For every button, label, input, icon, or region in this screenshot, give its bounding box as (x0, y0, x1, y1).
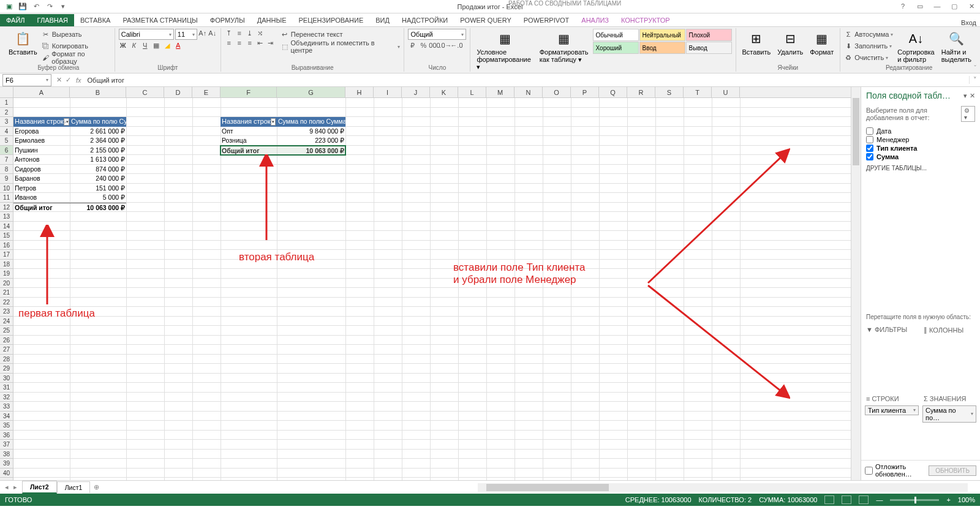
row-header[interactable]: 34 (0, 412, 13, 421)
cell[interactable]: Иванов (13, 193, 70, 203)
col-header[interactable]: U (712, 87, 740, 97)
name-box[interactable]: F6▾ (2, 74, 51, 86)
maximize-icon[interactable]: ▢ (948, 2, 960, 10)
field-checkbox[interactable] (866, 153, 873, 160)
row-header[interactable]: 10 (0, 184, 13, 194)
tab-home[interactable]: ГЛАВНАЯ (31, 14, 74, 26)
find-button[interactable]: 🔍Найти и выделить (939, 29, 974, 64)
col-header[interactable]: D (164, 87, 192, 97)
cell[interactable]: 2 661 000 ₽ (70, 127, 126, 137)
decrease-font-icon[interactable]: A↓ (208, 29, 217, 37)
row-header[interactable]: 27 (0, 345, 13, 355)
undo-icon[interactable]: ↶ (31, 1, 42, 12)
row-header[interactable]: 13 (0, 212, 13, 222)
row-header[interactable]: 31 (0, 383, 13, 393)
cell[interactable]: Сидоров (13, 165, 70, 175)
font-size-select[interactable]: 11▾ (175, 29, 197, 40)
increase-font-icon[interactable]: A↑ (198, 29, 207, 37)
col-header[interactable]: S (655, 87, 684, 97)
row-header[interactable]: 23 (0, 307, 13, 317)
tab-powerquery[interactable]: POWER QUERY (454, 14, 518, 26)
cell[interactable]: 10 063 000 ₽ (70, 203, 126, 213)
paste-button[interactable]: 📋Вставить (6, 29, 40, 57)
filter-icon[interactable]: ▾ (271, 118, 276, 126)
row-header[interactable]: 22 (0, 298, 13, 307)
cell[interactable]: 1 613 000 ₽ (70, 155, 126, 165)
field-checkbox[interactable] (866, 145, 873, 152)
add-sheet-button[interactable]: ⊕ (90, 483, 102, 491)
view-normal-icon[interactable] (824, 495, 834, 504)
row-header[interactable]: 28 (0, 355, 13, 364)
col-header[interactable]: K (430, 87, 458, 97)
col-header[interactable]: I (374, 87, 402, 97)
row-header[interactable]: 40 (0, 469, 13, 478)
col-header[interactable]: F (221, 87, 277, 97)
wrap-text-button[interactable]: ↩Перенести текст (281, 29, 401, 40)
tab-formulas[interactable]: ФОРМУЛЫ (204, 14, 251, 26)
cell[interactable]: Ермолаев (13, 136, 70, 146)
row-header[interactable]: 14 (0, 222, 13, 232)
clear-button[interactable]: ♻Очистить▾ (844, 52, 893, 63)
comma-icon[interactable]: 000 (430, 41, 439, 50)
vertical-scrollbar[interactable] (851, 87, 861, 480)
row-header[interactable]: 24 (0, 317, 13, 326)
pivot-header[interactable]: Сумма по полю Сумма (277, 117, 345, 127)
row-header[interactable]: 3 (0, 117, 13, 127)
row-header[interactable]: 32 (0, 393, 13, 402)
fill-button[interactable]: ⬇Заполнить▾ (844, 40, 893, 51)
cell[interactable]: Розница (221, 136, 277, 146)
indent-inc-icon[interactable]: ⇥ (266, 39, 275, 47)
col-header[interactable]: T (684, 87, 712, 97)
zoom-in-icon[interactable]: + (946, 496, 950, 503)
filter-icon[interactable]: ↓▾ (64, 118, 70, 126)
zoom-level[interactable]: 100% (958, 496, 975, 503)
pivot-header[interactable]: Названия строк▾ (221, 117, 277, 127)
fill-color-icon[interactable]: ◢ (163, 41, 172, 50)
cell-styles[interactable]: Обычный Нейтральный Плохой Хороший Ввод … (593, 29, 732, 54)
format-cells-button[interactable]: ▦Формат (807, 29, 836, 57)
cell[interactable]: Опт (221, 127, 277, 137)
col-header[interactable]: B (70, 87, 126, 97)
row-header[interactable]: 38 (0, 450, 13, 459)
field-item[interactable]: Менеджер (866, 135, 975, 144)
quad-rows[interactable]: Тип клиента▾ (864, 404, 920, 461)
tab-view[interactable]: ВИД (369, 14, 396, 26)
row-header[interactable]: 37 (0, 440, 13, 450)
col-header[interactable]: C (126, 87, 164, 97)
col-header[interactable]: J (402, 87, 430, 97)
tab-layout[interactable]: РАЗМЕТКА СТРАНИЦЫ (116, 14, 203, 26)
cancel-formula-icon[interactable]: ✕ (56, 76, 62, 84)
field-checkbox[interactable] (866, 136, 873, 143)
col-header[interactable]: A (13, 87, 70, 97)
zoom-out-icon[interactable]: — (876, 496, 883, 503)
row-header[interactable]: 20 (0, 279, 13, 288)
col-header[interactable]: O (543, 87, 571, 97)
cell[interactable]: 151 000 ₽ (70, 184, 126, 194)
tab-review[interactable]: РЕЦЕНЗИРОВАНИЕ (292, 14, 369, 26)
tab-design[interactable]: КОНСТРУКТОР (615, 14, 676, 26)
col-header[interactable]: R (627, 87, 655, 97)
number-format-select[interactable]: Общий▾ (408, 29, 466, 40)
accept-formula-icon[interactable]: ✓ (66, 76, 71, 84)
select-all-corner[interactable] (0, 87, 13, 97)
col-header[interactable]: N (514, 87, 543, 97)
pane-dropdown-icon[interactable]: ▾ (963, 92, 967, 100)
row-header[interactable]: 8 (0, 165, 13, 175)
align-right-icon[interactable]: ≡ (246, 39, 254, 47)
view-break-icon[interactable] (859, 495, 869, 504)
row-header[interactable]: 19 (0, 269, 13, 279)
worksheet-grid[interactable]: ABCDEFGHIJKLMNOPQRSTU 123456789101112131… (0, 87, 851, 480)
update-button[interactable]: ОБНОВИТЬ (929, 465, 976, 476)
horizontal-scrollbar[interactable] (478, 483, 968, 492)
align-bot-icon[interactable]: ⤓ (246, 29, 254, 37)
row-header[interactable]: 11 (0, 193, 13, 203)
row-header[interactable]: 26 (0, 336, 13, 345)
row-header[interactable]: 7 (0, 155, 13, 165)
row-header[interactable]: 15 (0, 231, 13, 241)
cell[interactable]: Общий итог (13, 203, 70, 213)
underline-icon[interactable]: Ч (141, 41, 149, 50)
orientation-icon[interactable]: ⤭ (256, 29, 265, 37)
ribbon-options-icon[interactable]: ▭ (914, 2, 926, 10)
sheet-tab-2[interactable]: Лист1 (57, 481, 91, 493)
col-header[interactable]: L (458, 87, 486, 97)
